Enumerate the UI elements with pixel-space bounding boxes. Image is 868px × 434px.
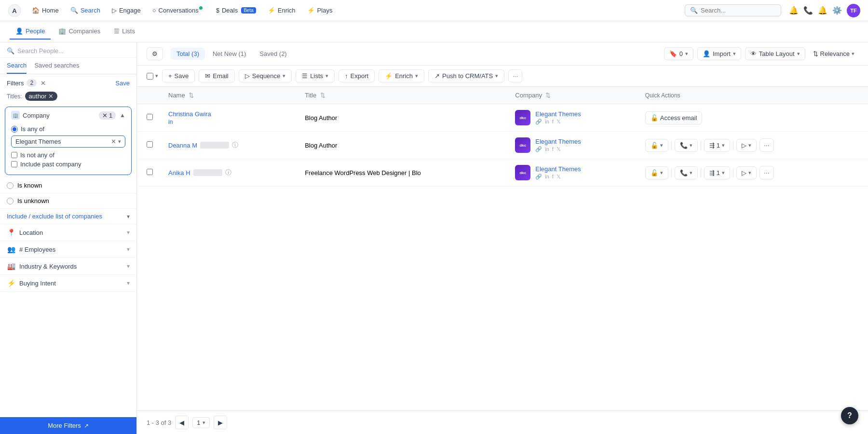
include-past-checkbox[interactable] [11,161,17,167]
more-filters-button[interactable]: More Filters ↗ [0,417,136,434]
sub-nav-lists[interactable]: ☰ Lists [108,24,141,40]
row2-send-btn[interactable]: ▷ ▾ [736,139,757,152]
row2-sequence-chevron[interactable]: ▾ [722,142,725,149]
table-header-title[interactable]: Title ⇅ [297,87,507,104]
row2-email-chevron[interactable]: ▾ [660,142,663,149]
help-button[interactable]: ? [841,407,858,424]
company-filter-header[interactable]: 🏢 Company ✕ 1 ▲ [5,107,131,123]
select-all-checkbox[interactable] [147,73,153,80]
company-web-link-2[interactable]: 🔗 [535,146,542,152]
export-action-btn[interactable]: ↑ Export [339,69,375,82]
nav-conversations[interactable]: ○ Conversations [148,4,209,17]
company-twitter-link-1[interactable]: 𝕏 [556,119,561,125]
search-input[interactable] [701,7,776,14]
row2-checkbox[interactable] [147,141,153,148]
app-logo[interactable]: A [8,4,21,17]
sub-nav-companies[interactable]: 🏢 Companies [53,24,106,40]
company-facebook-link-3[interactable]: f [552,174,554,180]
company-facebook-link-2[interactable]: f [552,146,554,152]
enrich-action-btn[interactable]: ⚡ Enrich ▾ [379,69,424,82]
nav-deals[interactable]: $ Deals Beta [211,4,261,17]
nav-engage[interactable]: ▷ Engage [107,4,146,17]
lists-action-btn[interactable]: ☰ Lists ▾ [296,69,335,82]
save-action-btn[interactable]: + Save [162,69,195,82]
row2-send-chevron[interactable]: ▾ [748,142,751,149]
next-page-btn[interactable]: ▶ [214,416,227,429]
bell-icon[interactable]: 🔔 [818,6,827,15]
row3-sequence-btn[interactable]: ⇶ 1 ▾ [704,166,730,179]
saved-count-btn[interactable]: 🔖 0 ▾ [664,47,693,60]
linkedin-icon-1[interactable]: in [168,119,173,125]
tab-saved[interactable]: Saved (2) [254,48,292,60]
company-linkedin-link-1[interactable]: in [545,119,549,125]
row3-more-btn[interactable]: ··· [760,166,774,179]
table-header-company[interactable]: Company ⇅ [507,87,637,104]
company-linkedin-link-3[interactable]: in [545,174,549,180]
employees-filter-row[interactable]: 👥 # Employees ▾ [0,241,136,258]
select-all-chevron[interactable]: ▾ [155,73,158,79]
company-name-2[interactable]: Elegant Themes [535,138,581,145]
import-btn[interactable]: 👤 Import ▾ [697,47,741,60]
company-facebook-link-1[interactable]: f [552,119,554,125]
save-filter-link[interactable]: Save [115,80,130,87]
is-known-radio[interactable] [7,182,14,189]
more-actions-btn[interactable]: ··· [508,69,522,82]
sidebar-search[interactable]: 🔍 Search People... [7,47,130,54]
row2-more-btn[interactable]: ··· [760,138,774,152]
location-filter-row[interactable]: 📍 Location ▾ [0,224,136,241]
nav-search[interactable]: 🔍 Search [66,4,105,17]
industry-filter-row[interactable]: 🏭 Industry & Keywords ▾ [0,258,136,275]
table-layout-btn[interactable]: 👁 Table Layout ▾ [745,47,805,60]
page-select[interactable]: 1 ▾ [192,417,209,428]
email-action-btn[interactable]: ✉ Email [199,69,235,82]
close-icon[interactable]: ✕ [102,112,108,119]
sub-nav-people[interactable]: 👤 People [10,24,51,40]
sidebar-tab-saved[interactable]: Saved searches [34,62,79,74]
row2-sequence-btn[interactable]: ⇶ 1 ▾ [704,139,730,152]
tab-net-new[interactable]: Net New (1) [207,48,252,60]
prev-page-btn[interactable]: ◀ [175,416,189,429]
nav-home[interactable]: 🏠 Home [27,4,64,17]
push-crm-action-btn[interactable]: ↗ Push to CRM/ATS ▾ [428,69,504,82]
row3-sequence-chevron[interactable]: ▾ [722,170,725,176]
info-icon-2[interactable]: ⓘ [232,141,238,149]
nav-plays[interactable]: ⚡ Plays [302,4,338,17]
global-search[interactable]: 🔍 [685,4,781,16]
tab-total[interactable]: Total (3) [171,48,205,60]
person-name-2[interactable]: Deanna M [168,142,197,149]
buying-intent-filter-row[interactable]: ⚡ Buying Intent ▾ [0,275,136,292]
row3-checkbox[interactable] [147,169,153,175]
nav-enrich[interactable]: ⚡ Enrich [263,4,300,17]
settings-icon[interactable]: ⚙️ [832,6,842,15]
is-not-any-checkbox[interactable] [11,152,17,158]
is-unknown-row[interactable]: Is unknown [0,193,136,209]
company-name-1[interactable]: Elegant Themes [535,110,581,118]
row1-checkbox[interactable] [147,114,153,120]
is-unknown-radio[interactable] [7,198,14,204]
row2-email-btn[interactable]: 🔓 ▾ [645,139,668,152]
table-header-name[interactable]: Name ⇅ [161,87,297,104]
company-twitter-link-2[interactable]: 𝕏 [556,146,561,152]
company-twitter-link-3[interactable]: 𝕏 [556,174,561,180]
sequence-action-btn[interactable]: ▷ Sequence ▾ [239,69,292,82]
include-exclude-row[interactable]: Include / exclude list of companies ▾ [0,209,136,224]
company-web-link-3[interactable]: 🔗 [535,174,542,180]
is-known-row[interactable]: Is known [0,178,136,193]
person-name-1[interactable]: Christina Gwira [168,110,289,118]
row3-email-btn[interactable]: 🔓 ▾ [645,166,668,179]
row3-phone-chevron[interactable]: ▾ [690,170,692,176]
avatar[interactable]: TF [847,4,860,17]
person-name-3[interactable]: Anika H [168,169,190,176]
company-linkedin-link-2[interactable]: in [545,146,549,152]
notifications-icon[interactable]: 🔔 [789,6,799,15]
row3-email-chevron[interactable]: ▾ [660,170,663,176]
access-email-btn[interactable]: 🔓 Access email [645,111,703,124]
row2-phone-chevron[interactable]: ▾ [690,142,692,149]
row2-phone-btn[interactable]: 📞 ▾ [675,139,698,152]
clear-filters-btn[interactable]: ✕ [41,80,46,87]
title-chip-remove[interactable]: ✕ [48,93,54,100]
phone-icon[interactable]: 📞 [803,6,813,15]
company-value-remove[interactable]: ✕ [111,138,116,145]
info-icon-3[interactable]: ⓘ [225,168,231,177]
sidebar-tab-search[interactable]: Search [7,62,27,74]
